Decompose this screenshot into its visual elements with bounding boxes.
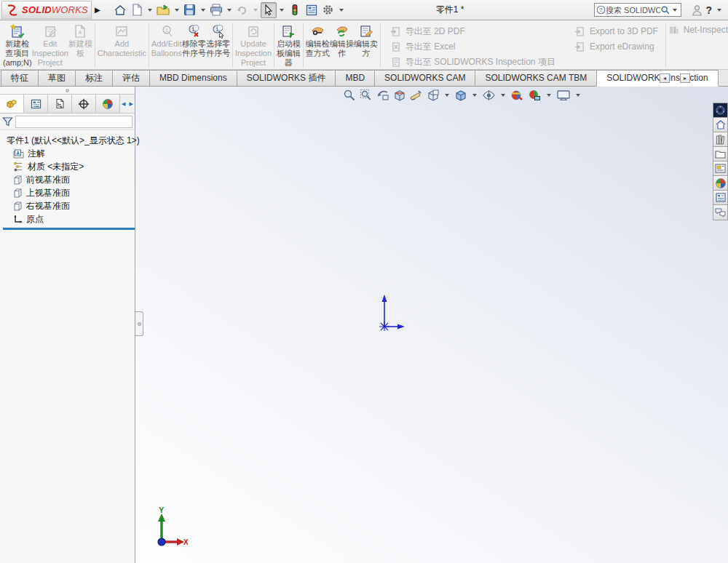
performance-button[interactable]: [287, 2, 303, 18]
taskpane-3dexperience-button[interactable]: [713, 103, 727, 118]
tree-item-top-plane[interactable]: 上视基准面: [3, 186, 135, 199]
tree-filter-input[interactable]: [15, 116, 132, 128]
edit-inspection-project-button[interactable]: Edit Inspection Project: [32, 22, 68, 68]
triad-y-label: Y: [159, 506, 165, 514]
save-button[interactable]: [182, 2, 198, 18]
export-excel-button[interactable]: 导出至 Excel: [390, 40, 555, 53]
zoom-area-button[interactable]: [359, 88, 373, 102]
view-orientation-button[interactable]: [426, 88, 440, 102]
undo-caret[interactable]: [253, 9, 258, 12]
tree-item-material[interactable]: 材质 <未指定>: [3, 160, 135, 173]
ribbon-separator: [665, 23, 666, 68]
apply-scene-button[interactable]: [527, 88, 542, 102]
search-input[interactable]: [606, 6, 660, 15]
tab-evaluate[interactable]: 评估: [112, 70, 150, 86]
tab-feature-manager-tree[interactable]: [0, 95, 24, 113]
tab-solidworks-cam-tbm[interactable]: SOLIDWORKS CAM TBM: [475, 70, 597, 86]
taskpane-custom-properties-button[interactable]: [713, 191, 727, 205]
tree-item-origin[interactable]: 原点: [3, 212, 135, 225]
edit-operation-button[interactable]: 编辑操作: [330, 22, 354, 58]
dimxpert-icon: [78, 98, 90, 110]
new-document-button[interactable]: [129, 2, 145, 18]
add-edit-balloons-button[interactable]: 1 Add/Edit Balloons: [151, 22, 182, 58]
export-edrawing-button[interactable]: Export eDrawing: [574, 40, 658, 53]
taskpane-appearances-button[interactable]: [713, 176, 727, 191]
view-settings-caret[interactable]: [576, 94, 580, 97]
edit-appearance-button[interactable]: [510, 88, 525, 102]
tab-property-manager[interactable]: [24, 95, 48, 113]
new-document-caret[interactable]: [148, 9, 152, 12]
tree-root-part[interactable]: 零件1 (默认<<默认>_显示状态 1>): [3, 134, 135, 147]
panel-tab-scroll-right-button[interactable]: ▶: [130, 101, 133, 107]
display-style-caret[interactable]: [472, 94, 477, 97]
hide-show-caret[interactable]: [501, 94, 505, 97]
tab-display-manager[interactable]: [96, 95, 120, 113]
edit-inspection-method-button[interactable]: 编辑检查方式: [306, 22, 330, 58]
edit-vendor-button[interactable]: 编辑卖方: [354, 22, 378, 58]
tab-solidworks-cam[interactable]: SOLIDWORKS CAM: [374, 70, 475, 86]
hide-show-items-button[interactable]: [481, 88, 496, 102]
tab-configuration-manager[interactable]: [48, 95, 72, 113]
tab-scroll-left-button[interactable]: ◂: [660, 73, 670, 83]
tab-solidworks-inspection[interactable]: SOLIDWORKS Inspection: [596, 70, 718, 87]
tab-mbd-dimensions[interactable]: MBD Dimensions: [149, 70, 237, 86]
panel-collapse-grip[interactable]: [66, 89, 69, 92]
open-caret[interactable]: [175, 9, 179, 12]
home-button[interactable]: [112, 2, 128, 18]
display-style-button[interactable]: [454, 88, 468, 102]
section-view-button[interactable]: [392, 88, 407, 102]
panel-tab-scroll-left-button[interactable]: ◀: [122, 101, 125, 107]
taskpane-forum-button[interactable]: [713, 205, 727, 220]
add-characteristic-button[interactable]: Add Characteristic: [98, 22, 146, 58]
zoom-fit-button[interactable]: [342, 88, 357, 102]
help-button[interactable]: ?: [705, 4, 712, 16]
options-button[interactable]: [320, 2, 336, 18]
export-excel-icon: [390, 41, 401, 52]
export-2d-pdf-button[interactable]: 导出至 2D PDF: [390, 25, 555, 38]
remove-balloons-button[interactable]: 1 移除零件序号: [182, 22, 206, 58]
select-button[interactable]: [261, 2, 277, 18]
user-login-icon[interactable]: [692, 4, 703, 16]
launch-template-editor-button[interactable]: 启动模板编辑器: [277, 22, 301, 68]
view-orientation-caret[interactable]: [445, 94, 449, 97]
export-3d-pdf-button[interactable]: Export to 3D PDF: [574, 25, 658, 38]
tab-scroll-right-button[interactable]: ▸: [680, 73, 690, 83]
taskpane-view-palette-button[interactable]: [713, 161, 727, 176]
help-caret[interactable]: [717, 9, 721, 12]
print-button[interactable]: [208, 2, 224, 18]
options-caret[interactable]: [339, 9, 344, 12]
tab-sketch[interactable]: 草图: [38, 70, 76, 86]
update-inspection-project-button[interactable]: Update Inspection Project: [235, 22, 272, 68]
tree-item-annotations[interactable]: A 注解: [3, 147, 135, 160]
tab-markup[interactable]: 标注: [75, 70, 113, 86]
undo-button[interactable]: [234, 2, 250, 18]
save-caret[interactable]: [201, 9, 205, 12]
dynamic-annotation-button[interactable]: [409, 88, 424, 102]
apply-scene-caret[interactable]: [547, 94, 551, 97]
select-caret[interactable]: [280, 9, 284, 12]
select-balloons-button[interactable]: 1 选择零件序号: [206, 22, 230, 58]
tree-item-front-plane[interactable]: 前视基准面: [3, 173, 135, 186]
tab-dimxpert-manager[interactable]: [72, 95, 96, 113]
new-inspection-project-button[interactable]: 新建检查项目(amp;N): [3, 22, 32, 68]
menu-flyout-arrow[interactable]: ▶: [95, 6, 100, 14]
taskpane-resources-button[interactable]: [713, 118, 727, 132]
tab-solidworks-addins[interactable]: SOLIDWORKS 插件: [237, 70, 336, 86]
search-icon[interactable]: [660, 5, 670, 15]
previous-view-button[interactable]: [376, 88, 390, 102]
new-template-button[interactable]: A 新建模板: [68, 22, 92, 58]
view-settings-button[interactable]: [555, 88, 571, 102]
tree-item-right-plane[interactable]: 右视基准面: [3, 199, 135, 212]
tab-mbd[interactable]: MBD: [335, 70, 375, 86]
taskpane-file-explorer-button[interactable]: [713, 147, 727, 161]
search-box[interactable]: ?: [594, 3, 681, 17]
print-caret[interactable]: [227, 9, 232, 12]
open-button[interactable]: [155, 2, 172, 18]
net-inspect-button[interactable]: Net-Inspect: [668, 22, 728, 36]
tab-features[interactable]: 特征: [1, 70, 39, 86]
taskpane-design-library-button[interactable]: [713, 132, 727, 147]
search-caret[interactable]: [673, 9, 677, 12]
export-inspection-project-button[interactable]: 导出至 SOLIDWORKS Inspection 项目: [390, 55, 555, 68]
task-list-button[interactable]: [304, 2, 320, 18]
panel-splitter-handle[interactable]: [135, 311, 143, 336]
